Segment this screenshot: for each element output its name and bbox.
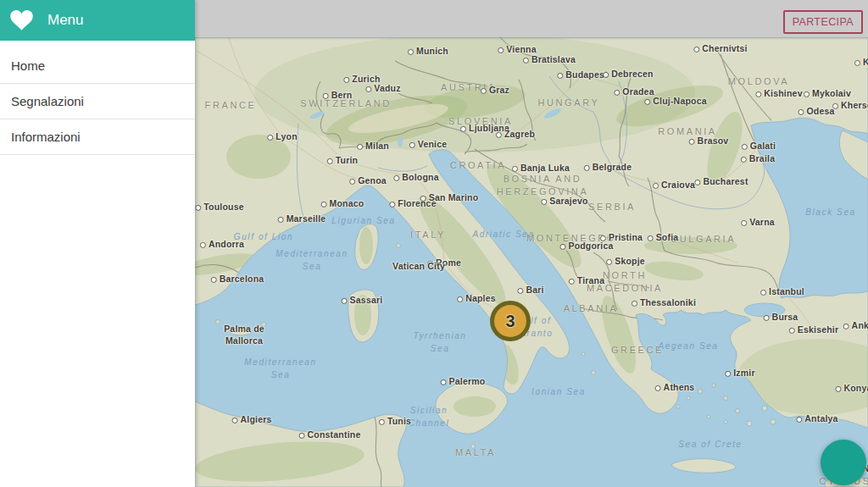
partecipa-button[interactable]: PARTECIPA [783, 10, 863, 34]
heart-icon [10, 10, 33, 30]
cluster-count: 3 [505, 312, 515, 331]
sidebar-menu: HomeSegnalazioniInformazioni [0, 41, 195, 155]
sidebar-header: Menu [0, 0, 195, 41]
sidebar-item-segnalazioni[interactable]: Segnalazioni [0, 84, 195, 119]
basemap-fab-button[interactable] [821, 440, 866, 485]
menu-title: Menu [47, 12, 84, 29]
sidebar-item-informazioni[interactable]: Informazioni [0, 119, 195, 155]
sidebar-item-home[interactable]: Home [0, 48, 195, 84]
map-icon [821, 440, 868, 487]
marker-cluster[interactable]: 3 [490, 301, 531, 341]
sidebar: Menu HomeSegnalazioniInformazioni [0, 0, 195, 487]
